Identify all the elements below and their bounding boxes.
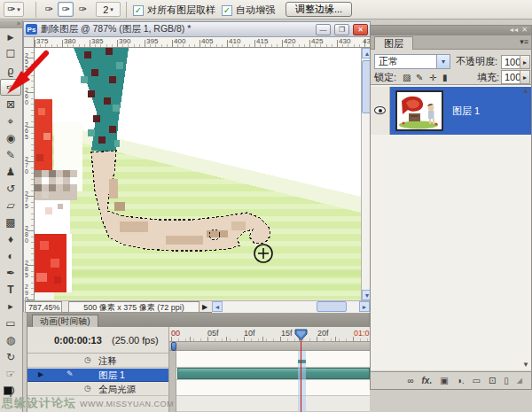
foreground-color-swatch[interactable] xyxy=(4,386,12,395)
timeline-ruler[interactable]: 00 05f 10f 15f 20f 01:0 xyxy=(169,327,370,342)
subtract-from-selection-mode-button[interactable]: ✑ xyxy=(74,2,90,17)
new-layer-icon[interactable]: ⊡ xyxy=(489,376,496,385)
layer-thumbnail[interactable] xyxy=(395,90,443,131)
hand-tool[interactable]: ☞ xyxy=(0,365,21,382)
status-menu-icon[interactable]: ▶ xyxy=(202,303,207,311)
path-selection-tool[interactable]: ► xyxy=(0,298,21,315)
timeline-tabbar: 动画(时间轴) xyxy=(27,313,369,327)
lasso-tool[interactable]: ϱ xyxy=(0,62,21,79)
track-layer-1[interactable]: ▶ ✎ 图层 1 xyxy=(27,369,168,382)
eraser-tool[interactable]: ▱ xyxy=(0,197,21,214)
opacity-spinner-icon[interactable]: ▸ xyxy=(520,55,530,69)
visibility-eye-icon[interactable] xyxy=(374,106,386,114)
brush-size-picker[interactable]: 2 ▾ xyxy=(96,2,121,17)
spot-healing-brush-tool[interactable]: ◉ xyxy=(0,129,21,146)
layer-name[interactable]: 图层 1 xyxy=(452,105,480,118)
quick-selection-tool[interactable]: ✑ xyxy=(0,79,21,96)
clone-stamp-tool[interactable]: ♟ xyxy=(0,163,21,180)
scroll-up-icon[interactable]: ▲ xyxy=(522,87,529,95)
fill-spinner-icon[interactable]: ▸ xyxy=(520,70,530,84)
canvas[interactable] xyxy=(35,48,361,299)
rectangular-marquee-tool[interactable]: ☐ xyxy=(0,45,21,62)
dodge-tool[interactable]: ◐ xyxy=(0,247,21,264)
notes-tool[interactable]: ◍ xyxy=(0,331,21,348)
type-tool[interactable]: T xyxy=(0,281,21,298)
work-area-start-marker[interactable] xyxy=(171,342,176,351)
layer-group-icon[interactable]: ▭ xyxy=(472,376,480,385)
ruler-label: 00 xyxy=(171,329,180,338)
ruler-label: 270 xyxy=(25,156,31,175)
new-selection-mode-button[interactable]: ✑ xyxy=(41,2,57,17)
ruler-label: 410 xyxy=(229,37,240,45)
lock-transparency-icon[interactable]: ▨ xyxy=(403,73,411,82)
lane-global-lighting[interactable] xyxy=(169,380,370,396)
brush-tool[interactable]: ✎ xyxy=(0,146,21,163)
stopwatch-icon[interactable]: ◷ xyxy=(84,384,91,393)
tool-preset-picker[interactable]: ✑ ▾ xyxy=(4,2,24,17)
lane-comments[interactable] xyxy=(169,351,370,368)
hand-icon: ☞ xyxy=(6,368,16,380)
playhead-handle[interactable] xyxy=(294,329,308,341)
history-brush-tool[interactable]: ↺ xyxy=(0,180,21,197)
lock-position-icon[interactable]: ✛ xyxy=(429,73,436,82)
link-layers-icon[interactable]: ∞ xyxy=(407,376,413,385)
crop-tool[interactable]: ⊠ xyxy=(0,96,21,113)
horizontal-scroll-thumb[interactable] xyxy=(317,301,347,312)
ruler-label: 405 xyxy=(201,37,213,45)
close-button[interactable]: ✕ xyxy=(353,24,368,35)
toolbox-grip[interactable]: » xyxy=(0,20,22,28)
add-to-selection-mode-button[interactable]: ✑ xyxy=(58,2,74,17)
quick-selection-icon: ✑ xyxy=(6,82,15,94)
stopwatch-icon[interactable]: ◷ xyxy=(84,355,91,364)
ruler-label: 375 xyxy=(36,37,48,45)
ruler-label: 20f xyxy=(317,329,329,338)
horizontal-scrollbar[interactable]: ◄ ► xyxy=(212,301,370,313)
toolbox: » ▶ ☐ ϱ ✑ ⊠ ⌖ ◉ ✎ ♟ ↺ ▱ ▩ ♦ ◐ ✒ T ► ▭ ◍ … xyxy=(0,20,23,412)
scroll-down-icon[interactable]: ▼ xyxy=(522,361,529,369)
scroll-left-icon[interactable]: ◄ xyxy=(212,301,223,312)
move-tool[interactable]: ▶ xyxy=(0,28,21,45)
expand-triangle-icon[interactable]: ▶ xyxy=(38,370,43,378)
layer-style-icon[interactable]: fx. xyxy=(422,376,433,385)
scroll-right-icon[interactable]: ► xyxy=(359,301,370,312)
lock-all-icon[interactable]: ▮ xyxy=(442,73,448,82)
layer-mask-icon[interactable]: ▣ xyxy=(440,376,448,385)
eyedropper-tool[interactable]: ⌖ xyxy=(0,113,21,129)
layer-thumbnail-art xyxy=(397,92,442,129)
brush-subtract-icon: ✑ xyxy=(78,4,86,15)
panel-menu-icon[interactable]: ▾≡ xyxy=(520,37,528,46)
track-comments[interactable]: ◷ 注释 xyxy=(27,354,168,368)
rectangle-tool[interactable]: ▭ xyxy=(0,315,21,331)
ruler-label: 260 xyxy=(25,87,31,105)
ruler-label: 265 xyxy=(25,121,31,140)
rotate-3d-tool[interactable]: ↻ xyxy=(0,348,21,365)
delete-layer-icon[interactable]: ▯ xyxy=(504,376,509,385)
auto-enhance-checkbox[interactable]: ✓ 自动增强 xyxy=(222,4,275,17)
pen-tool[interactable]: ✒ xyxy=(0,264,21,281)
path-selection-icon: ► xyxy=(7,302,15,311)
tab-layers[interactable]: 图层 xyxy=(374,36,413,50)
restore-button[interactable]: ❐ xyxy=(334,24,349,35)
document-titlebar[interactable]: Ps 删除图层 @ 787% (图层 1, RGB/8) * — ❐ ✕ xyxy=(24,22,370,37)
minimize-button[interactable]: — xyxy=(316,24,331,35)
resize-grip-icon[interactable]: ◢ xyxy=(517,377,522,385)
history-brush-icon: ↺ xyxy=(6,183,15,195)
layer-row-selected[interactable]: 图层 1 xyxy=(371,87,531,135)
gradient-tool[interactable]: ▩ xyxy=(0,214,21,230)
adjustment-layer-icon[interactable]: ◑. xyxy=(457,376,465,385)
blur-tool[interactable]: ♦ xyxy=(0,230,21,247)
lock-pixels-icon[interactable]: ✎ xyxy=(416,73,423,82)
track-global-lighting[interactable]: ◷ 全局光源 xyxy=(27,383,168,396)
tab-animation-timeline[interactable]: 动画(时间轴) xyxy=(32,315,98,327)
sample-all-layers-checkbox[interactable]: ✓ 对所有图层取样 xyxy=(133,4,215,17)
document-status-bar: 787,45% 500 像素 x 375 像素 (72 ppi) ▶ ◄ ► xyxy=(24,300,370,312)
visibility-gutter[interactable] xyxy=(371,87,390,135)
zoom-level-field[interactable]: 787,45% xyxy=(25,301,62,313)
layer-duration-bar[interactable] xyxy=(177,368,370,379)
blend-mode-select[interactable]: 正常 ▾ xyxy=(374,54,450,69)
document-size-info[interactable]: 500 像素 x 375 像素 (72 ppi) xyxy=(68,301,200,313)
work-area-bar[interactable] xyxy=(169,342,370,351)
refine-edge-button[interactable]: 调整边缘... xyxy=(286,2,352,17)
opacity-label: 不透明度: xyxy=(456,55,497,68)
panel-collapse-close-icons[interactable]: ◂◂ ✕ xyxy=(371,26,531,35)
